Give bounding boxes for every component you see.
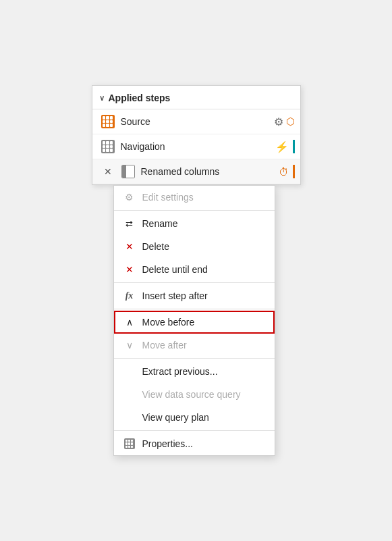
- view-query-plan-icon: [123, 411, 136, 423]
- view-data-source-label: View data source query: [142, 389, 241, 400]
- context-menu: ⚙ Edit settings ⇄ Rename ✕ Delete ✕ Dele…: [113, 185, 275, 456]
- navigation-label: Navigation: [121, 141, 270, 152]
- ctx-view-data-source-query[interactable]: View data source query: [114, 383, 275, 406]
- navigation-icon: [101, 139, 115, 154]
- renamed-close-icon[interactable]: ✕: [101, 164, 115, 179]
- separator-1: [114, 210, 275, 211]
- edit-settings-label: Edit settings: [142, 192, 194, 203]
- step-list: Source ⚙ ⬡ Navigation ⚡: [92, 109, 300, 184]
- ctx-delete-until-end[interactable]: ✕ Delete until end: [114, 258, 275, 281]
- separator-4: [114, 358, 275, 359]
- move-before-icon: ∧: [123, 316, 136, 328]
- step-item-renamed-columns[interactable]: ✕ Renamed columns ⏱: [92, 159, 300, 184]
- separator-2: [114, 282, 275, 283]
- renamed-columns-label: Renamed columns: [141, 166, 273, 177]
- source-actions: ⚙ ⬡: [274, 115, 295, 128]
- ctx-move-before[interactable]: ∧ Move before: [114, 311, 275, 334]
- ctx-insert-step-after[interactable]: fx Insert step after: [114, 284, 275, 307]
- source-icon: [101, 114, 115, 129]
- delete-label: Delete: [142, 241, 169, 252]
- extract-previous-icon: [123, 365, 136, 378]
- insert-step-label: Insert step after: [142, 290, 208, 301]
- move-after-icon: ∨: [123, 339, 136, 351]
- applied-steps-panel: ∨ Applied steps Source ⚙ ⬡: [92, 85, 301, 185]
- step-item-navigation[interactable]: Navigation ⚡: [92, 134, 300, 159]
- ctx-move-after[interactable]: ∨ Move after: [114, 334, 275, 357]
- delete-until-end-icon: ✕: [123, 263, 136, 276]
- view-query-plan-label: View query plan: [142, 412, 209, 423]
- ctx-view-query-plan[interactable]: View query plan: [114, 406, 275, 429]
- move-before-label: Move before: [142, 317, 195, 328]
- ctx-properties[interactable]: Properties...: [114, 432, 275, 455]
- source-settings-icon[interactable]: ⚙: [274, 115, 283, 128]
- panel-header: ∨ Applied steps: [92, 86, 300, 109]
- rename-label: Rename: [142, 218, 178, 229]
- renamed-border: [293, 165, 295, 178]
- panel-title: Applied steps: [109, 93, 171, 103]
- separator-3: [114, 309, 275, 309]
- edit-settings-icon: ⚙: [123, 191, 136, 203]
- collapse-chevron[interactable]: ∨: [99, 94, 105, 103]
- ctx-extract-previous[interactable]: Extract previous...: [114, 360, 275, 383]
- source-label: Source: [121, 116, 269, 127]
- renamed-db-icon: ⏱: [279, 166, 289, 178]
- navigation-db-icon: ⚡: [275, 140, 289, 153]
- separator-5: [114, 430, 275, 431]
- properties-label: Properties...: [142, 438, 193, 449]
- move-after-label: Move after: [142, 340, 187, 351]
- navigation-border: [293, 140, 295, 153]
- ctx-rename[interactable]: ⇄ Rename: [114, 212, 275, 235]
- delete-until-end-label: Delete until end: [142, 264, 208, 275]
- properties-icon: [123, 438, 136, 450]
- delete-icon: ✕: [123, 240, 136, 253]
- renamed-columns-actions: ⏱: [279, 165, 295, 178]
- extract-previous-label: Extract previous...: [142, 366, 218, 377]
- rename-icon: ⇄: [123, 217, 136, 230]
- renamed-columns-icon: [121, 164, 136, 179]
- view-data-source-icon: [123, 388, 136, 401]
- insert-step-icon: fx: [123, 290, 136, 302]
- source-db-icon: ⬡: [286, 115, 295, 128]
- navigation-actions: ⚡: [275, 140, 295, 153]
- ctx-edit-settings[interactable]: ⚙ Edit settings: [114, 186, 275, 209]
- step-item-source[interactable]: Source ⚙ ⬡: [92, 109, 300, 134]
- ctx-delete[interactable]: ✕ Delete: [114, 235, 275, 258]
